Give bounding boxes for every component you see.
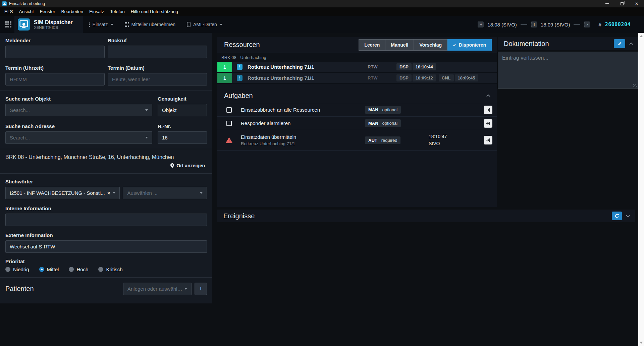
app-subtitle: XENBIT® ICS <box>34 25 73 30</box>
radio-mittel[interactable]: Mittel <box>39 267 59 272</box>
radio-icon <box>69 267 74 272</box>
vertical-scrollbar[interactable] <box>638 33 644 346</box>
genauigkeit-value: Objekt <box>162 107 176 113</box>
expand-ereignisse-chevron-icon[interactable] <box>626 215 630 217</box>
clock-check-icon[interactable] <box>584 21 590 27</box>
status-code-badge: CNL <box>439 74 454 81</box>
objekt-search-placeholder: Search... <box>10 107 30 113</box>
interne-info-input[interactable] <box>5 214 207 226</box>
clock-time-2: 18:09 (SIVO) <box>541 22 570 27</box>
stichwoerter-label: Stichwörter <box>5 179 207 184</box>
status-clock-bar: 18:08 (SIVO) 18:09 (SIVO) # 26000204 <box>478 21 631 27</box>
resource-count-badge: 1 <box>217 62 232 72</box>
app-name: SIM Dispatcher <box>34 19 73 25</box>
edit-documentation-button[interactable] <box>614 39 625 48</box>
add-patient-button[interactable]: + <box>195 283 207 295</box>
rueckruf-input[interactable] <box>108 46 207 58</box>
task-mode: MAN <box>368 121 378 126</box>
task-mode-badge: MANoptional <box>365 119 401 127</box>
kebab-icon <box>89 22 90 27</box>
resolved-address-text: BRK 08 - Unterhaching, Münchner Straße, … <box>5 154 207 160</box>
refresh-events-button[interactable] <box>612 212 622 220</box>
einsatz-menu-button[interactable]: Einsatz <box>89 22 113 27</box>
resource-row[interactable]: 1 Rotkreuz Unterhaching 71/1 RTW DSP18:0… <box>217 73 497 84</box>
app-window-icon <box>2 1 7 6</box>
remove-tag-button[interactable]: × <box>107 190 110 196</box>
termin-uhrzeit-input[interactable] <box>5 73 105 85</box>
ort-anzeigen-button[interactable]: Ort anzeigen <box>5 163 205 168</box>
warning-icon <box>226 137 232 143</box>
menu-item-telefon[interactable]: Telefon <box>107 7 128 16</box>
radio-kritisch[interactable]: Kritisch <box>98 267 122 272</box>
vorschlag-button[interactable]: Vorschlag <box>414 39 447 51</box>
documentation-entry-textarea[interactable] <box>498 52 638 89</box>
clock-alert-icon[interactable] <box>531 21 537 27</box>
dokumentation-title: Dokumentation <box>504 40 549 48</box>
scroll-down-icon[interactable] <box>640 342 643 344</box>
objekt-search-select[interactable]: Search... <box>5 104 152 116</box>
arrow-enter-icon <box>486 138 490 142</box>
caret-down-icon <box>145 109 148 111</box>
dialpad-icon <box>125 22 129 27</box>
menu-item-fenster[interactable]: Fenster <box>37 7 58 16</box>
resource-row[interactable]: 1 Rotkreuz Unterhaching 71/1 RTW DSP18:1… <box>217 62 497 73</box>
hnr-input[interactable] <box>158 131 207 144</box>
ereignisse-panel: Ereignisse <box>217 210 635 222</box>
mitteiler-label: Mitteiler übernehmen <box>131 22 176 27</box>
radio-icon <box>5 267 10 272</box>
mitteiler-uebernehmen-button[interactable]: Mitteiler übernehmen <box>125 22 176 27</box>
aufgaben-title: Aufgaben <box>224 92 253 100</box>
apps-grid-icon[interactable] <box>5 21 12 28</box>
menu-item-hilfe[interactable]: Hilfe und Unterstützung <box>128 7 181 16</box>
meldender-input[interactable] <box>5 46 105 58</box>
collapse-dokumentation-chevron-icon[interactable] <box>629 43 633 45</box>
refresh-icon <box>614 214 619 218</box>
menu-item-els[interactable]: ELS <box>1 7 16 16</box>
manuell-button[interactable]: Manuell <box>385 39 414 51</box>
menu-item-ansicht[interactable]: Ansicht <box>16 7 37 16</box>
execute-task-button[interactable] <box>484 106 492 114</box>
hnr-label: H.-Nr. <box>158 123 207 129</box>
disponieren-button[interactable]: Disponieren <box>447 39 492 51</box>
task-row: Responder alarmieren MANoptional <box>217 117 497 130</box>
alert-info-icon <box>237 75 243 81</box>
incident-hash: # <box>598 22 601 27</box>
menu-item-bearbeiten[interactable]: Bearbeiten <box>58 7 86 16</box>
radio-hoch[interactable]: Hoch <box>69 267 88 272</box>
minimize-button[interactable] <box>600 0 614 7</box>
stichwort-select-2[interactable]: Auswählen ... <box>123 187 207 199</box>
patient-select[interactable]: Anlegen oder auswählen ... <box>123 283 192 295</box>
externe-info-input[interactable] <box>5 240 207 253</box>
task-subtitle: Rotkreuz Unterhaching 71/1 <box>241 141 365 146</box>
aml-daten-button[interactable]: AML-Daten <box>187 22 222 27</box>
resource-group-header: BRK 08 - Unterhaching <box>217 53 497 62</box>
termin-datum-input[interactable] <box>108 73 207 85</box>
resize-handle[interactable] <box>633 84 637 88</box>
close-button[interactable]: ✕ <box>629 0 644 7</box>
app-header: SIM Dispatcher XENBIT® ICS Einsatz Mitte… <box>0 16 644 33</box>
adresse-search-select[interactable]: Search... <box>5 131 152 144</box>
termin-datum-label: Termin (Datum) <box>108 65 207 71</box>
execute-task-button[interactable] <box>484 119 492 128</box>
resource-type: RTW <box>368 75 396 80</box>
clock-add-icon[interactable] <box>478 21 484 27</box>
genauigkeit-select[interactable]: Objekt <box>158 104 207 116</box>
maximize-button[interactable] <box>614 0 629 7</box>
incident-form-panel: Meldender Rückruf Termin (Uhrzeit) Termi… <box>0 33 212 303</box>
scroll-up-icon[interactable] <box>640 35 643 37</box>
ort-anzeigen-label: Ort anzeigen <box>176 163 205 168</box>
radio-label: Hoch <box>76 267 88 272</box>
caret-down-icon <box>111 24 113 25</box>
leeren-button[interactable]: Leeren <box>359 39 385 51</box>
task-checkbox[interactable] <box>226 121 232 126</box>
collapse-aufgaben-chevron-icon[interactable] <box>486 95 490 97</box>
menu-item-einsatz[interactable]: Einsatz <box>86 7 107 16</box>
radio-niedrig[interactable]: Niedrig <box>5 267 29 272</box>
task-checkbox[interactable] <box>226 107 232 113</box>
stichwort-select[interactable]: I2501 - INF WACHBESETZUNG - Sonsti... × <box>5 187 120 199</box>
resource-name: Rotkreuz Unterhaching 71/1 <box>248 75 368 81</box>
resource-count-badge: 1 <box>217 73 232 83</box>
status-time-badge: 18:09:12 <box>413 74 436 81</box>
status-time-badge: 18:09:45 <box>455 74 478 81</box>
execute-task-button[interactable] <box>484 136 492 145</box>
